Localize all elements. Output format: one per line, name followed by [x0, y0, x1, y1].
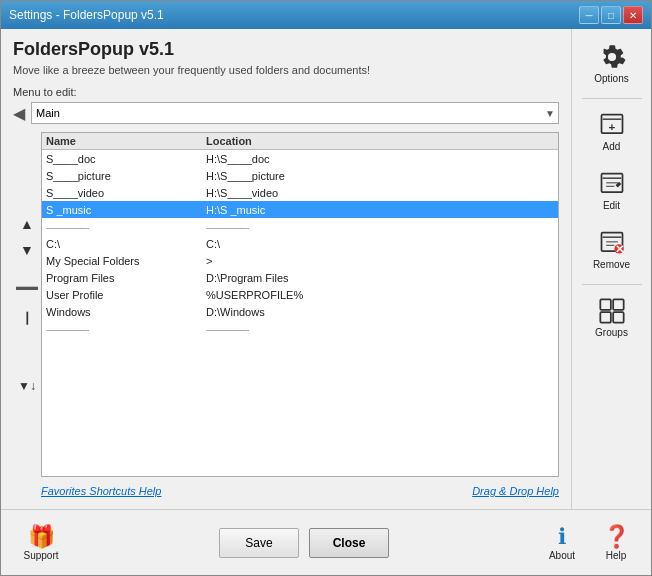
close-window-button[interactable]: ✕ [623, 6, 643, 24]
menu-dropdown-wrapper: Main Favorites Recent ▼ [31, 102, 559, 124]
row-location: %USERPROFILE% [206, 289, 554, 301]
groups-icon [596, 295, 628, 327]
svg-rect-16 [613, 312, 624, 323]
main-window: Settings - FoldersPopup v5.1 ─ □ ✕ Folde… [0, 0, 652, 576]
add-label: Add [603, 141, 621, 152]
edit-button[interactable]: Edit [578, 162, 646, 217]
svg-rect-13 [600, 299, 611, 310]
row-name: User Profile [46, 289, 206, 301]
table-row[interactable]: S _musicH:\S _music [42, 201, 558, 218]
folders-table: Name Location S____docH:\S____docS____pi… [41, 132, 559, 477]
svg-text:+: + [608, 120, 615, 133]
row-name: ---------------- [46, 221, 206, 233]
window-title: Settings - FoldersPopup v5.1 [9, 8, 164, 22]
groups-label: Groups [595, 327, 628, 338]
help-links: Favorites Shortcuts Help Drag & Drop Hel… [41, 483, 559, 499]
menu-dropdown[interactable]: Main Favorites Recent [31, 102, 559, 124]
row-location: C:\ [206, 238, 554, 250]
app-desc: Move like a breeze between your frequent… [13, 64, 559, 76]
edit-label: Edit [603, 200, 620, 211]
about-label: About [549, 550, 575, 561]
groups-button[interactable]: Groups [578, 289, 646, 344]
remove-button[interactable]: ✕ Remove [578, 221, 646, 276]
support-button[interactable]: 🎁 Support [11, 518, 71, 567]
app-title: FoldersPopup v5.1 [13, 39, 559, 60]
submenu-button[interactable]: ┃ [15, 306, 39, 330]
table-row[interactable]: User Profile%USERPROFILE% [42, 286, 558, 303]
table-header: Name Location [42, 133, 558, 150]
table-section: ▲ ▼ ▬▬ ┃ ▼​↓ Name Location [13, 132, 559, 499]
svg-rect-15 [600, 312, 611, 323]
row-name: C:\ [46, 238, 206, 250]
options-button[interactable]: Options [578, 35, 646, 90]
minimize-button[interactable]: ─ [579, 6, 599, 24]
separator-button[interactable]: ▬▬ [15, 274, 39, 298]
bottom-bar: 🎁 Support Save Close ℹ About ❓ Help [1, 509, 651, 575]
table-row[interactable]: -------------------------------- [42, 218, 558, 235]
maximize-button[interactable]: □ [601, 6, 621, 24]
support-label: Support [23, 550, 58, 561]
help-label: Help [606, 550, 627, 561]
row-name: S _music [46, 204, 206, 216]
remove-icon: ✕ [596, 227, 628, 259]
edit-icon [596, 168, 628, 200]
row-name: S____video [46, 187, 206, 199]
remove-label: Remove [593, 259, 630, 270]
move-down-button[interactable]: ▼ [15, 238, 39, 262]
row-location: D:\Program Files [206, 272, 554, 284]
menu-row: ◀ Main Favorites Recent ▼ [13, 102, 559, 124]
table-row[interactable]: S____videoH:\S____video [42, 184, 558, 201]
add-icon: + [596, 109, 628, 141]
right-sidebar: Options + Add [571, 29, 651, 509]
col-location-header: Location [206, 135, 554, 147]
drag-drop-help-link[interactable]: Drag & Drop Help [472, 485, 559, 497]
help-button[interactable]: ❓ Help [591, 518, 641, 567]
move-nav: ▲ ▼ ▬▬ ┃ ▼​↓ [13, 132, 41, 499]
row-location: H:\S____video [206, 187, 554, 199]
help-icon: ❓ [603, 524, 630, 550]
svg-rect-14 [613, 299, 624, 310]
sort-button[interactable]: ▼​↓ [15, 374, 39, 398]
row-name: ---------------- [46, 323, 206, 335]
left-panel: FoldersPopup v5.1 Move like a breeze bet… [1, 29, 571, 509]
row-name: Windows [46, 306, 206, 318]
row-location: H:\S _music [206, 204, 554, 216]
row-location: D:\Windows [206, 306, 554, 318]
row-location: ---------------- [206, 221, 554, 233]
close-button[interactable]: Close [309, 528, 389, 558]
favorites-shortcuts-help-link[interactable]: Favorites Shortcuts Help [41, 485, 161, 497]
menu-to-edit-label: Menu to edit: [13, 86, 559, 98]
table-row[interactable]: S____pictureH:\S____picture [42, 167, 558, 184]
table-row[interactable]: WindowsD:\Windows [42, 303, 558, 320]
about-icon: ℹ [558, 524, 566, 550]
row-location: H:\S____doc [206, 153, 554, 165]
table-row[interactable]: C:\C:\ [42, 235, 558, 252]
table-row[interactable]: S____docH:\S____doc [42, 150, 558, 167]
bottom-center-buttons: Save Close [219, 528, 389, 558]
row-name: My Special Folders [46, 255, 206, 267]
row-name: S____doc [46, 153, 206, 165]
back-arrow-button[interactable]: ◀ [13, 104, 25, 123]
inner-layout: FoldersPopup v5.1 Move like a breeze bet… [1, 29, 651, 509]
about-button[interactable]: ℹ About [537, 518, 587, 567]
sidebar-divider-1 [582, 98, 642, 99]
col-name-header: Name [46, 135, 206, 147]
gear-icon [596, 41, 628, 73]
table-row[interactable]: My Special Folders> [42, 252, 558, 269]
table-row[interactable]: Program FilesD:\Program Files [42, 269, 558, 286]
options-label: Options [594, 73, 628, 84]
save-button[interactable]: Save [219, 528, 299, 558]
svg-text:✕: ✕ [614, 243, 623, 255]
table-row[interactable]: -------------------------------- [42, 320, 558, 337]
title-controls: ─ □ ✕ [579, 6, 643, 24]
title-bar: Settings - FoldersPopup v5.1 ─ □ ✕ [1, 1, 651, 29]
row-name: Program Files [46, 272, 206, 284]
table-body: S____docH:\S____docS____pictureH:\S____p… [42, 150, 558, 337]
row-name: S____picture [46, 170, 206, 182]
bottom-right-icons: ℹ About ❓ Help [537, 518, 641, 567]
row-location: H:\S____picture [206, 170, 554, 182]
row-location: ---------------- [206, 323, 554, 335]
move-up-button[interactable]: ▲ [15, 212, 39, 236]
add-button[interactable]: + Add [578, 103, 646, 158]
sidebar-divider-2 [582, 284, 642, 285]
